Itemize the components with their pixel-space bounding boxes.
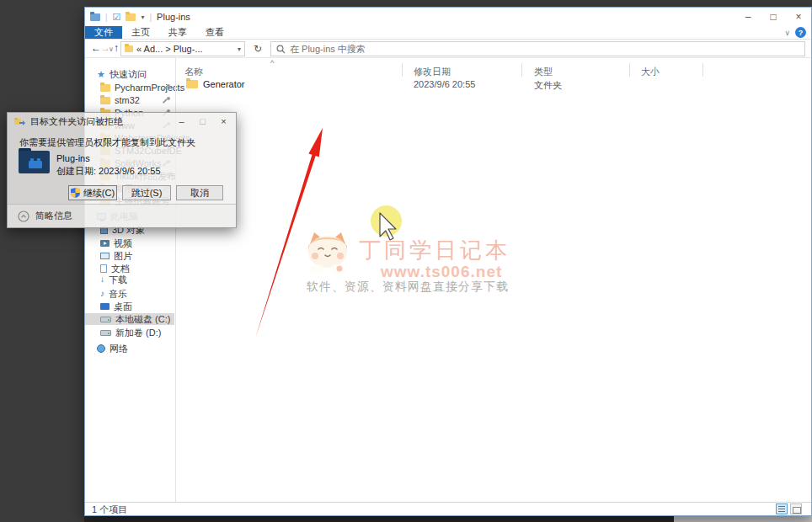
close-button[interactable]: ×: [786, 8, 811, 26]
sidebar-item-pinned[interactable]: stm32: [85, 94, 174, 106]
tab-view[interactable]: 查看: [196, 26, 233, 39]
column-header-size[interactable]: 大小: [641, 66, 660, 78]
pin-icon: [163, 97, 170, 104]
videos-icon: [100, 240, 110, 247]
icons-view-button[interactable]: [790, 503, 802, 514]
search-icon: [276, 45, 286, 54]
sort-ascending-icon: ^: [270, 59, 274, 67]
column-header-type[interactable]: 类型: [534, 66, 553, 78]
drive-icon: [100, 330, 111, 336]
maximize-button[interactable]: □: [761, 8, 786, 26]
separator: |: [150, 13, 152, 22]
sidebar-item-music[interactable]: ♪音乐: [85, 288, 174, 300]
column-separator[interactable]: [402, 63, 403, 77]
file-type: 文件夹: [534, 79, 562, 92]
explorer-app-icon: [90, 13, 100, 21]
dialog-folder-name: Plug-ins: [56, 153, 90, 163]
customize-qat-dropdown-icon[interactable]: ▾: [141, 13, 144, 21]
quick-access-toolbar: | ☑ ▾ | Plug-ins: [85, 12, 190, 23]
plugins-folder-icon: [18, 146, 51, 175]
minimize-button[interactable]: –: [735, 8, 761, 26]
dialog-title-bar: 目标文件夹访问被拒绝 – □ ×: [8, 113, 236, 130]
access-denied-dialog: 目标文件夹访问被拒绝 – □ × 你需要提供管理员权限才能复制到此文件夹 Plu…: [7, 112, 237, 228]
tab-home[interactable]: 主页: [122, 26, 159, 39]
tab-share[interactable]: 共享: [159, 26, 196, 39]
ribbon-tabs: 文件 主页 共享 查看: [85, 26, 811, 40]
sidebar-item-network[interactable]: 网络: [85, 343, 174, 354]
pictures-icon: [100, 253, 110, 259]
up-button[interactable]: ↑: [114, 42, 119, 54]
sidebar-item-local-disk-c[interactable]: 本地磁盘 (C:): [85, 313, 174, 325]
dialog-title: 目标文件夹访问被拒绝: [30, 115, 123, 128]
column-separator[interactable]: [629, 63, 630, 77]
cancel-button[interactable]: 取消: [176, 185, 223, 200]
file-row-generator[interactable]: Generator 2023/9/6 20:55 文件夹: [176, 77, 811, 92]
pin-icon: [163, 84, 170, 92]
sidebar-item-pictures[interactable]: 图片: [85, 250, 174, 262]
folder-icon: [100, 97, 110, 104]
item-count: 1 个项目: [92, 503, 127, 516]
watermark: 丁同学日记本 www.ts006.net 软件、资源、资料网盘直接分享下载: [303, 231, 522, 295]
shiba-dog-icon: [303, 231, 352, 276]
search-input[interactable]: [290, 44, 799, 54]
file-date: 2023/9/6 20:55: [414, 79, 475, 89]
status-bar: 1 个项目: [85, 502, 811, 515]
downloads-icon: ↓: [100, 275, 104, 284]
help-icon[interactable]: ?: [795, 27, 806, 38]
folder-icon: [125, 45, 133, 52]
properties-check-icon[interactable]: ☑: [113, 12, 121, 23]
move-folder-icon: [14, 117, 25, 126]
watermark-subtitle: 软件、资源、资料网盘直接分享下载: [307, 280, 509, 295]
folder-icon: [186, 80, 198, 88]
skip-button[interactable]: 跳过(S): [122, 185, 171, 200]
address-dropdown-icon[interactable]: ▾: [238, 45, 241, 53]
watermark-url: www.ts006.net: [381, 263, 502, 281]
collapse-ribbon-icon[interactable]: ∨: [784, 29, 790, 37]
navigation-toolbar: ← → ∨ ↑ « Ad... > Plug-... ▾ ↻: [85, 40, 811, 58]
column-header-date[interactable]: 修改日期: [414, 66, 451, 78]
sidebar-item-documents[interactable]: 文档: [85, 263, 174, 274]
address-breadcrumb[interactable]: « Ad... > Plug-...: [136, 44, 203, 54]
uac-shield-icon: [71, 188, 80, 198]
column-header-name[interactable]: 名称: [184, 66, 203, 78]
recent-locations-dropdown-icon[interactable]: ∨: [109, 45, 114, 53]
column-separator[interactable]: [702, 63, 703, 77]
separator: |: [105, 13, 108, 22]
collapse-details-icon: [18, 210, 29, 222]
network-icon: [97, 344, 105, 353]
dialog-footer[interactable]: 简略信息: [8, 204, 236, 227]
taskbar-strip: [84, 516, 674, 522]
sidebar-item-pinned[interactable]: PycharmProjects: [85, 82, 174, 93]
watermark-title: 丁同学日记本: [359, 236, 510, 265]
dialog-minimize-button[interactable]: –: [171, 113, 192, 130]
title-bar: | ☑ ▾ | Plug-ins – □ ×: [85, 8, 811, 26]
sidebar-item-quick-access[interactable]: ★ 快速访问: [85, 68, 174, 80]
documents-icon: [100, 264, 107, 273]
dialog-maximize-button: □: [192, 113, 213, 130]
dialog-folder-date: 创建日期: 2023/9/6 20:55: [56, 165, 161, 178]
tab-file[interactable]: 文件: [85, 26, 122, 39]
file-name[interactable]: Generator: [203, 79, 245, 89]
search-bar[interactable]: [270, 41, 805, 56]
desktop-icon: [100, 303, 110, 310]
column-separator[interactable]: [521, 63, 522, 77]
address-bar[interactable]: « Ad... > Plug-... ▾: [120, 41, 245, 56]
sidebar-item-new-volume-d[interactable]: 新加卷 (D:): [85, 327, 174, 338]
music-icon: ♪: [100, 290, 104, 298]
click-highlight: [371, 205, 402, 237]
window-title: Plug-ins: [157, 12, 190, 22]
quick-access-star-icon: ★: [97, 70, 105, 78]
sidebar-item-videos[interactable]: 视频: [85, 237, 174, 249]
desktop: | ☑ ▾ | Plug-ins – □ × 文件 主页 共享 查看 ∨ ? ←: [0, 0, 812, 522]
folder-icon: [100, 84, 110, 92]
continue-button[interactable]: 继续(C): [68, 185, 117, 200]
taskbar-strip-light: [674, 516, 812, 522]
dialog-close-button[interactable]: ×: [213, 113, 234, 130]
details-view-button[interactable]: [776, 503, 788, 514]
dialog-footer-label: 简略信息: [35, 210, 72, 222]
refresh-button[interactable]: ↻: [248, 41, 267, 56]
new-folder-icon[interactable]: [126, 13, 136, 21]
drive-icon: [100, 317, 111, 322]
sidebar-item-downloads[interactable]: ↓下载: [85, 274, 174, 285]
sidebar-item-desktop[interactable]: 桌面: [85, 301, 174, 312]
